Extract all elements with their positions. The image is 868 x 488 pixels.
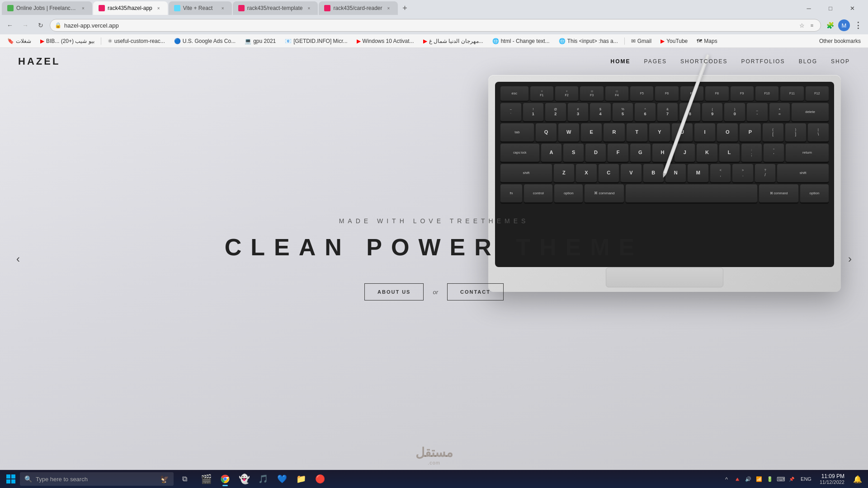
nav-link-home[interactable]: HOME <box>611 58 631 65</box>
svg-rect-0 <box>6 474 10 479</box>
bookmark-favicon-3: ⚛ <box>108 38 113 44</box>
taskbar-app-extra[interactable]: 🔴 <box>311 471 329 487</box>
taskbar-app-snap[interactable]: 👻 <box>235 471 253 487</box>
about-us-button[interactable]: ABOUT US <box>364 283 424 300</box>
toolbar-profile-icon[interactable]: M <box>838 19 850 31</box>
tray-icon-2[interactable]: 🔊 <box>744 474 753 483</box>
tray-icon-3[interactable]: 📶 <box>755 474 764 483</box>
show-hidden-tray[interactable]: ^ <box>722 474 731 483</box>
other-bookmarks[interactable]: Other bookmarks <box>816 37 864 45</box>
clock-time: 11:09 PM <box>821 473 844 479</box>
bookmark-win10[interactable]: ▶ Windows 10 Activat... <box>353 37 418 45</box>
website: esc ☀F1 ☀F2 ⊞F3 ⊟F4 F5 F6 F7 F8 F9 F10 F… <box>0 48 868 470</box>
bk-separator-1 <box>101 38 101 45</box>
bookmark-react[interactable]: ⚛ useful-custom-reac... <box>104 37 169 45</box>
refresh-button[interactable]: ↻ <box>34 19 47 32</box>
tray-icon-4[interactable]: 🔋 <box>765 474 774 483</box>
tab-close-3[interactable]: × <box>219 5 226 12</box>
taskbar: 🔍 Type here to search 🦅 ⧉ 🎬 <box>0 470 868 488</box>
bookmark-gmail[interactable]: ✉ Gmail <box>627 37 655 45</box>
tab-close-4[interactable]: × <box>305 5 312 12</box>
bookmark-favicon-13: 🗺 <box>697 38 702 44</box>
start-button[interactable] <box>4 472 18 486</box>
svg-rect-1 <box>11 474 15 479</box>
tray-icon-keyboard[interactable]: ⌨ <box>776 474 785 483</box>
bookmark-mhrjan[interactable]: ▶ مهرجان الدنيا شمال غ... <box>420 37 487 45</box>
nav-link-blog[interactable]: BLOG <box>799 58 817 65</box>
bookmark-favicon-7: ▶ <box>357 38 361 44</box>
contact-button[interactable]: CONTACT <box>447 283 504 300</box>
taskbar-app-vscode[interactable]: 💙 <box>273 471 291 487</box>
task-view-icon: ⧉ <box>182 475 187 483</box>
bookmark-getid[interactable]: 📧 [GETDID.INFO] Micr... <box>281 37 351 45</box>
tray-icon-pin[interactable]: 📌 <box>787 474 796 483</box>
bookmark-ads[interactable]: 🔵 U.S. Google Ads Co... <box>170 37 239 45</box>
bookmark-favicon: 🔖 <box>7 38 14 44</box>
hero-buttons: ABOUT US or CONTACT <box>364 283 504 300</box>
search-placeholder-text: Type here to search <box>36 476 88 483</box>
maximize-button[interactable]: □ <box>820 1 841 15</box>
bookmark-maps[interactable]: 🗺 Maps <box>693 37 721 45</box>
task-view-button[interactable]: ⧉ <box>175 471 193 487</box>
vscode-icon: 💙 <box>277 474 287 484</box>
toolbar-more-icon[interactable]: ⋮ <box>852 19 864 32</box>
windows-logo-icon <box>6 474 16 484</box>
language-indicator[interactable]: ENG <box>799 476 813 482</box>
taskbar-app-files[interactable]: 📁 <box>292 471 310 487</box>
bookmark-favicon-8: ▶ <box>423 38 427 44</box>
window-controls: ─ □ ✕ <box>798 1 866 15</box>
taskbar-app-music[interactable]: 🎵 <box>254 471 272 487</box>
read-mode-icon[interactable]: ≡ <box>808 21 816 29</box>
tab-5[interactable]: rack435/card-reader × <box>319 1 397 15</box>
back-button[interactable]: ← <box>4 19 16 32</box>
tab-1[interactable]: Online Jobs | Freelance Employ... × <box>2 1 92 15</box>
lock-icon: 🔒 <box>55 22 61 28</box>
tab-3[interactable]: Vite + React × <box>169 1 232 15</box>
new-tab-button[interactable]: + <box>399 2 411 14</box>
bookmark-input[interactable]: 🌐 This <input> :has a... <box>555 37 622 45</box>
bookmark-bib[interactable]: ▶ BIB... بيو شيب (+20) <box>37 37 98 45</box>
taskbar-app-chrome[interactable] <box>216 471 234 487</box>
nav-link-portfolios[interactable]: PORTFOLIOS <box>741 58 785 65</box>
nav-link-shop[interactable]: SHOP <box>831 58 850 65</box>
address-bar[interactable]: 🔒 hazel-app.vercel.app ☆ ≡ <box>50 19 821 32</box>
tab-4[interactable]: rack435/react-template × <box>233 1 318 15</box>
toolbar-extensions-icon[interactable]: 🧩 <box>824 19 836 32</box>
bookmark-label-2: BIB... بيو شيب (+20) <box>46 38 94 44</box>
nav-link-shortcodes[interactable]: SHORTCODES <box>680 58 727 65</box>
tab-close-2[interactable]: × <box>155 5 162 12</box>
tab-2[interactable]: rack435/hazel-app × <box>93 1 168 15</box>
taskbar-search-bar[interactable]: 🔍 Type here to search 🦅 <box>20 472 174 486</box>
meet-icon: 🎬 <box>201 474 212 484</box>
minimize-button[interactable]: ─ <box>798 1 819 15</box>
bookmark-shghalat[interactable]: 🔖 شغلات <box>4 37 35 45</box>
bookmark-html[interactable]: 🌐 html - Change text... <box>489 37 553 45</box>
or-text: or <box>433 289 438 296</box>
forward-button[interactable]: → <box>19 19 32 32</box>
bookmark-gpu[interactable]: 💻 gpu 2021 <box>241 37 279 45</box>
star-icon[interactable]: ☆ <box>798 21 806 29</box>
notification-button[interactable]: 🔔 <box>851 472 864 486</box>
tab-close-1[interactable]: × <box>80 5 87 12</box>
tab-favicon-2 <box>99 5 105 11</box>
tab-title-3: Vite + React <box>183 5 217 11</box>
nav-link-pages[interactable]: PAGES <box>644 58 667 65</box>
bookmark-youtube[interactable]: ▶ YouTube <box>657 37 691 45</box>
slider-arrow-right[interactable]: › <box>841 250 859 268</box>
bookmarks-bar: 🔖 شغلات ▶ BIB... بيو شيب (+20) ⚛ useful-… <box>0 34 868 48</box>
tab-close-5[interactable]: × <box>385 5 392 12</box>
bookmark-label-12: YouTube <box>666 38 688 44</box>
tab-favicon-5 <box>324 5 330 11</box>
bookmark-label-10: This <input> :has a... <box>567 38 618 44</box>
extra-app-icon: 🔴 <box>315 474 325 484</box>
tab-title-4: rack435/react-template <box>247 5 303 11</box>
system-clock[interactable]: 11:09 PM 11/12/2022 <box>816 473 848 485</box>
main-content: esc ☀F1 ☀F2 ⊞F3 ⊟F4 F5 F6 F7 F8 F9 F10 F… <box>0 48 868 470</box>
taskbar-app-meet[interactable]: 🎬 <box>197 471 215 487</box>
hero-section: MADE WITH LOVE TREETHEMES CLEAN POWER TH… <box>0 48 868 470</box>
close-button[interactable]: ✕ <box>842 1 863 15</box>
browser-toolbar: 🧩 M ⋮ <box>824 19 864 32</box>
slider-arrow-left[interactable]: ‹ <box>9 250 27 268</box>
tray-icon-1[interactable]: 🔺 <box>733 474 742 483</box>
watermark-sub-text: .com <box>415 460 453 465</box>
